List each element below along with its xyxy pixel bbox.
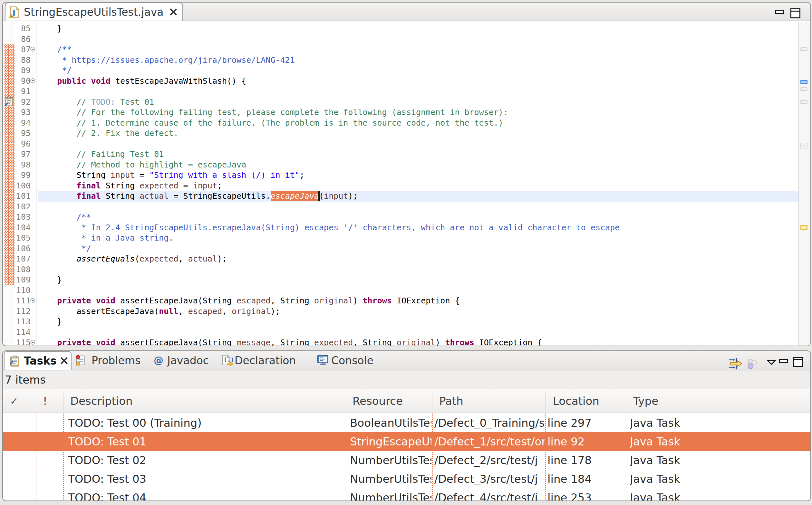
tasks-icon	[9, 355, 21, 367]
tab-tasks-close-icon[interactable]	[59, 355, 70, 366]
column-header-priority[interactable]: !	[43, 394, 47, 407]
fold-collapse-icon-line-90[interactable]	[30, 78, 35, 83]
code-line-94[interactable]: // 1. Determine cause of the failure. (T…	[38, 118, 799, 129]
tab-tasks[interactable]: Tasks	[4, 351, 72, 370]
tasks-table-header[interactable]: ✓!DescriptionResourcePathLocationType	[3, 389, 810, 413]
code-token: , String	[271, 338, 314, 346]
code-line-100[interactable]: final String expected = input;	[38, 181, 799, 191]
console-icon	[317, 355, 329, 365]
code-line-104[interactable]: * In 2.4 StringEscapeUtils.escapeJava(St…	[38, 222, 799, 233]
column-header-type[interactable]: Type	[633, 394, 658, 407]
code-line-91[interactable]	[38, 86, 799, 97]
code-token: assertEscapeJava(String	[115, 338, 237, 346]
code-line-110[interactable]	[38, 285, 799, 296]
eclipse-workbench: { "editor": { "tab": { "title": "StringE…	[0, 0, 812, 505]
code-line-115[interactable]: private void assertEscapeJava(String mes…	[38, 338, 799, 346]
overview-marker-gray2[interactable]	[800, 143, 807, 149]
code-line-107[interactable]: assertEquals(expected, actual);	[38, 254, 799, 265]
code-line-97[interactable]: // Failing Test 01	[38, 149, 799, 160]
sash-separator	[357, 501, 357, 505]
overview-marker-blue[interactable]	[800, 80, 807, 84]
code-line-108[interactable]	[38, 265, 799, 275]
task-marker-icon[interactable]	[4, 96, 14, 107]
code-line-93[interactable]: // For the following failing test, pleas…	[38, 107, 799, 118]
code-line-102[interactable]	[38, 202, 799, 212]
task-row-1[interactable]: TODO: Test 01StringEscapeUtilsTest.java/…	[3, 432, 810, 451]
cell-location: line 253	[547, 488, 626, 501]
column-header-description[interactable]: Description	[70, 394, 133, 407]
code-line-103[interactable]: /**	[38, 212, 799, 222]
code-line-105[interactable]: * in a Java string.	[38, 233, 799, 243]
code-token: final	[77, 191, 101, 201]
tasks-table-body: TODO: Test 00 (Training)BooleanUtilsTest…	[3, 413, 810, 500]
column-separator[interactable]	[545, 391, 546, 410]
code-token	[91, 338, 96, 346]
column-header-path[interactable]: Path	[439, 394, 463, 407]
focus-on-task-icon[interactable]	[729, 357, 743, 370]
code-line-112[interactable]: assertEscapeJava(null, escaped, original…	[38, 306, 799, 317]
column-separator[interactable]	[432, 391, 432, 410]
code-token: escapeJava	[271, 191, 319, 201]
editor-tab-close-icon[interactable]	[168, 6, 179, 17]
code-token: escaped	[237, 296, 270, 305]
editor-tab[interactable]: J StringEscapeUtilsTest.java	[5, 3, 183, 21]
tasks-maximize-icon[interactable]	[793, 357, 803, 367]
code-token: message	[237, 338, 270, 346]
code-line-99[interactable]: String input = "String with a slash (/) …	[38, 170, 799, 181]
code-line-96[interactable]	[38, 139, 799, 149]
code-token: final	[77, 181, 101, 190]
fold-collapse-icon-line-115[interactable]	[30, 340, 35, 345]
code-token: , String	[353, 338, 396, 346]
view-menu-icon[interactable]	[767, 360, 776, 365]
code-line-88[interactable]: * https://issues.apache.org/jira/browse/…	[38, 55, 799, 66]
column-separator[interactable]	[36, 391, 36, 410]
code-token: /**	[38, 45, 72, 54]
code-line-111[interactable]: private void assertEscapeJava(String esc…	[38, 296, 799, 306]
task-row-2[interactable]: TODO: Test 02NumberUtilsTest.java/Defect…	[3, 451, 810, 470]
code-token: /**	[38, 212, 91, 221]
column-header-location[interactable]: Location	[553, 394, 599, 407]
code-area[interactable]: } /** * https://issues.apache.org/jira/b…	[38, 22, 799, 346]
bottom-sash[interactable]	[0, 501, 812, 505]
code-token: */	[38, 244, 91, 253]
maximize-icon[interactable]	[790, 8, 800, 18]
task-row-3[interactable]: TODO: Test 03NumberUtilsTest.java/Defect…	[3, 470, 810, 488]
code-token: actual	[140, 191, 168, 201]
code-token: assertEquals	[77, 254, 135, 264]
overview-ruler[interactable]	[799, 22, 810, 346]
code-line-89[interactable]: */	[38, 65, 799, 76]
code-line-90[interactable]: public void testEscapeJavaWithSlash() {	[38, 76, 799, 87]
code-line-114[interactable]	[38, 327, 799, 338]
code-line-92[interactable]: // TODO: Test 01	[38, 97, 799, 108]
code-line-101[interactable]: final String actual = StringEscapeUtils.…	[38, 191, 799, 202]
tasks-minimize-icon[interactable]	[779, 359, 788, 363]
code-token: String	[101, 181, 140, 190]
column-separator[interactable]	[347, 391, 347, 410]
cell-location: line 184	[547, 470, 626, 488]
code-line-95[interactable]: // 2. Fix the defect.	[38, 128, 799, 139]
code-line-113[interactable]: }	[38, 317, 799, 327]
code-line-87[interactable]: /**	[38, 44, 799, 55]
task-row-4[interactable]: TODO: Test 04NumberUtilsTest.java/Defect…	[3, 488, 810, 501]
overview-marker-gray[interactable]	[800, 100, 807, 104]
code-line-86[interactable]	[38, 34, 799, 45]
code-line-85[interactable]: }	[38, 23, 799, 34]
task-row-0[interactable]: TODO: Test 00 (Training)BooleanUtilsTest…	[3, 413, 810, 432]
code-line-109[interactable]: }	[38, 275, 799, 285]
column-header-completed[interactable]: ✓	[10, 395, 18, 406]
annotation-ruler[interactable]	[3, 22, 15, 346]
overview-marker-gray[interactable]	[800, 87, 807, 91]
code-line-98[interactable]: // Method to highlight = escapeJava	[38, 160, 799, 170]
code-token: ;	[300, 170, 304, 180]
overview-marker-gold[interactable]	[800, 225, 807, 230]
column-header-resource[interactable]: Resource	[353, 394, 403, 407]
cell-path: /Defect_3/src/test/j	[434, 470, 545, 488]
code-line-106[interactable]: */	[38, 243, 799, 254]
overview-marker-gray[interactable]	[800, 47, 807, 51]
minimize-icon[interactable]	[775, 10, 784, 14]
categorize-icon-disabled[interactable]	[747, 359, 758, 369]
code-token: // For the following failing test, pleas…	[38, 108, 508, 117]
fold-collapse-icon-line-111[interactable]	[30, 298, 35, 303]
fold-collapse-icon-line-87[interactable]	[30, 47, 35, 51]
column-separator[interactable]	[63, 391, 63, 410]
